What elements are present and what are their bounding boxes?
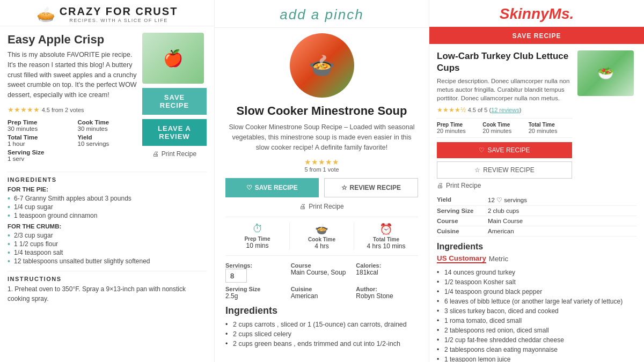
reviews-link[interactable]: 12 reviews: [491, 107, 519, 113]
print-recipe-button2[interactable]: 🖨 Print Recipe: [299, 203, 343, 210]
unit-toggle: US Customary Metric: [437, 254, 636, 263]
panel3-content: Low-Carb Turkey Club Lettuce Cups Recipe…: [429, 44, 644, 362]
panel3-header: SkinnyMs.: [429, 0, 644, 28]
print-recipe-button3[interactable]: 🖨 Print Recipe: [437, 182, 481, 189]
list-item: 1 teaspoon ground cinnamon: [8, 211, 207, 220]
cook-time3: Cook Time 20 minutes: [482, 122, 526, 134]
course-row3: Course Main Course: [437, 216, 636, 226]
total-time-bar: ⏰ Total Time 4 hrs 10 mins: [354, 223, 418, 250]
star-icon3: ☆: [474, 166, 480, 174]
total-time3: Total Time 20 minutes: [529, 122, 572, 134]
review-recipe-button2[interactable]: ☆ REVIEW RECIPE: [324, 178, 419, 197]
list-item: 2 tablespoons clean eating mayonnaise: [437, 345, 636, 354]
cook-label: Cook Time: [78, 119, 137, 125]
list-item: 2 cups carrots , sliced or 1 (15-ounce) …: [225, 320, 418, 329]
panel3-layout: Low-Carb Turkey Club Lettuce Cups Recipe…: [437, 50, 636, 195]
print-recipe-button[interactable]: 🖨 Print Recipe: [152, 150, 196, 158]
heart-icon3: ♡: [479, 146, 485, 154]
panel2-header: add a pinch: [215, 0, 429, 28]
add-a-pinch-logo: add a pinch: [215, 6, 429, 23]
list-item: 6 leaves of bibb lettuce (or another lar…: [437, 297, 636, 306]
serving-label3: Serving Size: [437, 208, 485, 214]
prep-icon: ⏱: [228, 223, 287, 235]
heart-icon: ♡: [246, 184, 252, 191]
cuisine-label3: Cuisine: [437, 228, 485, 234]
stars3: ★★★★½: [437, 106, 466, 114]
total-label: Total Time: [8, 134, 67, 141]
ingredients-list3: 14 ounces ground turkey 1/2 teaspoon Kos…: [437, 268, 636, 362]
recipe-description3: Recipe description. Donec ullamcorper nu…: [437, 77, 572, 102]
logo-title: CRAZY FOR CRUST: [60, 5, 178, 18]
logo-text: CRAZY FOR CRUST RECIPES. WITH A SLICE OF…: [60, 5, 178, 23]
yield-label3: Yield: [437, 196, 485, 204]
us-customary-button[interactable]: US Customary: [437, 254, 486, 263]
calories-item: Calories: 181kcal: [356, 262, 418, 283]
list-item: 1 teaspoon lemon juice: [437, 354, 636, 362]
crumb-ingredients-list: 2/3 cup sugar 1 1/2 cups flour 1/4 teasp…: [8, 231, 207, 265]
ingredients-title3: Ingredients: [437, 242, 636, 252]
stars: ★★★★★: [8, 106, 40, 114]
pie-section-label: FOR THE PIE:: [8, 186, 207, 193]
course-item: Course Main Course, Soup: [291, 262, 353, 283]
ingredients-title: INGREDIENTS: [8, 172, 207, 183]
instructions-title: INSTRUCTIONS: [8, 271, 207, 282]
meta-grid: Prep Time 30 minutes Cook Time 30 minute…: [8, 119, 137, 162]
star-icon: ☆: [341, 184, 347, 191]
panel1-header: 🥧 CRAZY FOR CRUST RECIPES. WITH A SLICE …: [0, 0, 214, 26]
crumb-section-label: FOR THE CRUMB:: [8, 223, 207, 230]
panel3-left: Low-Carb Turkey Club Lettuce Cups Recipe…: [437, 50, 572, 195]
rating-row: ★★★★★ 4.5 from 2 votes: [8, 106, 137, 114]
review-recipe-button3[interactable]: ☆ REVIEW RECIPE: [437, 161, 572, 179]
meta-bar: ⏱ Prep Time 10 mins 🍲 Cook Time 4 hrs ⏰ …: [225, 217, 418, 256]
servings-item: Servings:: [225, 262, 288, 283]
course-value3: Main Course: [488, 218, 523, 224]
save-recipe-button3[interactable]: ♡ SAVE RECIPE: [437, 142, 572, 158]
cook-icon: 🍲: [292, 223, 351, 235]
list-item: 12 tablespoons unsalted butter slightly …: [8, 257, 207, 265]
serving-value: 1 serv: [8, 156, 67, 162]
prep-time-bar: ⏱ Prep Time 10 mins: [225, 223, 290, 250]
ingredients-list2: 2 cups carrots , sliced or 1 (15-ounce) …: [225, 320, 418, 349]
pie-ingredients-list: 6-7 Granny Smith apples about 3 pounds 1…: [8, 194, 207, 220]
recipe-title2: Slow Cooker Minestrone Soup: [225, 104, 418, 118]
save-recipe-button2[interactable]: ♡ SAVE RECIPE: [225, 178, 319, 197]
prep-value: 30 minutes: [8, 125, 67, 132]
skinnyms-logo: SkinnyMs.: [429, 5, 644, 23]
list-item: 1/2 teaspoon Kosher salt: [437, 277, 636, 287]
save-recipe-button[interactable]: SAVE RECIPE: [142, 88, 207, 115]
button-row: ♡ SAVE RECIPE ☆ REVIEW RECIPE: [225, 178, 418, 197]
recipe-image-circle: 🍲: [290, 33, 354, 98]
recipe-description: This is my absolute FAVORITE pie recipe.…: [8, 50, 137, 100]
panel1-layout: Easy Apple Crisp This is my absolute FAV…: [8, 33, 207, 166]
total-value: 1 hour: [8, 141, 67, 147]
list-item: 1/4 teaspoon ground black pepper: [437, 287, 636, 297]
recipe-title3: Low-Carb Turkey Club Lettuce Cups: [437, 50, 572, 74]
yield: Yield 10 servings: [78, 134, 137, 147]
metric-button[interactable]: Metric: [489, 254, 508, 263]
crazy-for-crust-logo: 🥧 CRAZY FOR CRUST RECIPES. WITH A SLICE …: [36, 5, 178, 23]
list-item: 2/3 cup sugar: [8, 231, 207, 240]
save-bar[interactable]: SAVE RECIPE: [429, 28, 644, 44]
pie-icon: 🥧: [36, 5, 55, 23]
serving-value3: 2 club cups: [488, 208, 519, 214]
meta-details3: Yield 12 ♡ servings Serving Size 2 club …: [437, 195, 636, 237]
leave-review-button[interactable]: LEAVE A REVIEW: [142, 119, 207, 146]
recipe-image: 🍎: [142, 33, 204, 84]
list-item: 1/4 teaspoon salt: [8, 248, 207, 257]
yield-label: Yield: [78, 134, 137, 141]
printer-icon3: 🖨: [437, 182, 443, 189]
yield-value3: 12 ♡ servings: [488, 196, 527, 204]
rating-text: 4.5 from 2 votes: [42, 107, 84, 113]
recipe-title: Easy Apple Crisp: [8, 33, 137, 47]
total-icon: ⏰: [357, 223, 415, 235]
servings-input[interactable]: [225, 269, 247, 283]
ingredients-title2: Ingredients: [225, 305, 418, 316]
panel1-right: 🍎 SAVE RECIPE LEAVE A REVIEW 🖨 Print Rec…: [142, 33, 207, 166]
list-item: 1/2 cup fat-free shredded cheddar cheese: [437, 335, 636, 345]
list-item: 2 cups green beans , ends trimmed and cu…: [225, 339, 418, 349]
rating2: 5 from 1 vote: [225, 166, 418, 173]
meta-row3: Prep Time 20 minutes Cook Time 20 minute…: [437, 118, 572, 138]
cuisine-value3: American: [488, 228, 514, 234]
cook-time-bar: 🍲 Cook Time 4 hrs: [290, 223, 354, 250]
cook-time: Cook Time 30 minutes: [78, 119, 137, 132]
